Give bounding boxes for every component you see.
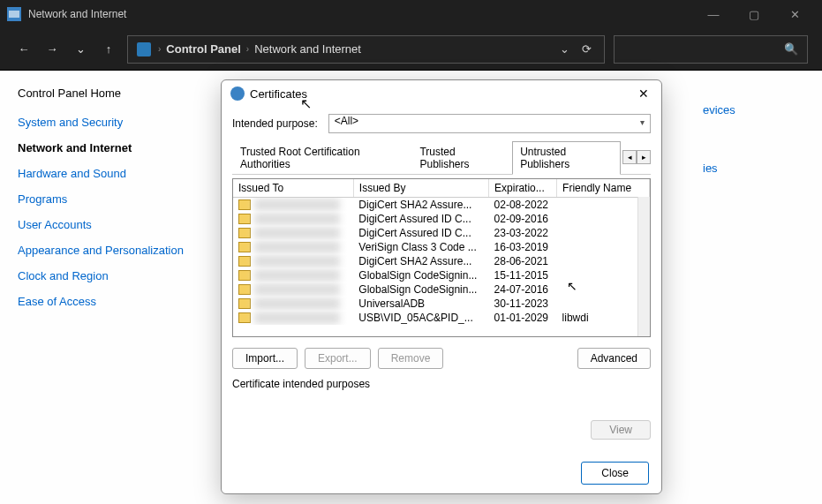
table-scrollbar[interactable]	[637, 197, 650, 336]
cell-friendly	[557, 212, 650, 226]
table-row[interactable]: redacted text hereDigiCert SHA2 Assure..…	[233, 198, 650, 213]
minimize-button[interactable]: —	[693, 0, 734, 28]
cell-friendly	[557, 297, 650, 311]
cell-issued-by: GlobalSign CodeSignin...	[353, 268, 488, 282]
cell-issued-to: redacted text here	[254, 283, 340, 296]
purpose-select[interactable]: <All>	[328, 114, 651, 133]
cert-icon	[238, 312, 251, 323]
purposes-label: Certificate intended purposes	[232, 378, 651, 390]
sidebar-item-hardware[interactable]: Hardware and Sound	[18, 167, 185, 180]
cert-icon	[238, 228, 251, 238]
import-button[interactable]: Import...	[232, 348, 298, 369]
dialog-buttons: Import... Export... Remove Advanced	[232, 348, 651, 369]
partial-link-ies[interactable]: ies	[703, 162, 718, 175]
table-row[interactable]: redacted text hereUniversalADB30-11-2023	[233, 297, 650, 311]
sidebar-item-ease[interactable]: Ease of Access	[18, 295, 185, 308]
sidebar-home[interactable]: Control Panel Home	[18, 87, 185, 100]
cert-icon	[238, 284, 251, 295]
sidebar-item-clock[interactable]: Clock and Region	[18, 269, 185, 282]
sidebar-item-programs[interactable]: Programs	[18, 192, 185, 206]
tab-trusted-publishers[interactable]: Trusted Publishers	[411, 141, 510, 174]
table-row[interactable]: redacted text hereGlobalSign CodeSignin.…	[233, 282, 650, 297]
svg-rect-1	[9, 11, 19, 18]
cell-issued-to: redacted text here	[254, 199, 340, 211]
cert-icon	[238, 270, 251, 281]
col-expiration[interactable]: Expiratio...	[489, 179, 557, 198]
col-friendly[interactable]: Friendly Name	[557, 179, 650, 198]
export-button[interactable]: Export...	[305, 348, 371, 369]
cell-friendly	[557, 282, 650, 297]
table-row[interactable]: redacted text hereDigiCert Assured ID C.…	[233, 226, 650, 240]
recent-dropdown[interactable]: ⌄	[71, 40, 90, 59]
nav-toolbar: ← → ⌄ ↑ › Control Panel › Network and In…	[0, 28, 822, 71]
cert-icon	[238, 256, 251, 267]
certificate-table: Issued To Issued By Expiratio... Friendl…	[232, 178, 651, 337]
cell-issued-to: redacted text here	[254, 241, 340, 253]
cell-issued-by: DigiCert Assured ID C...	[353, 212, 488, 226]
advanced-button[interactable]: Advanced	[577, 348, 651, 369]
cell-expiration: 24-07-2016	[489, 282, 557, 297]
purpose-label: Intended purpose:	[232, 117, 318, 130]
table-row[interactable]: redacted text hereDigiCert Assured ID C.…	[233, 212, 650, 226]
app-icon	[7, 7, 21, 21]
dialog-icon	[230, 87, 245, 101]
cell-issued-to: redacted text here	[254, 297, 340, 310]
cell-issued-by: DigiCert SHA2 Assure...	[353, 254, 488, 268]
maximize-button[interactable]: ▢	[734, 0, 774, 28]
cell-expiration: 16-03-2019	[489, 240, 557, 254]
cell-issued-by: VeriSign Class 3 Code ...	[353, 240, 488, 254]
sidebar: Control Panel Home System and Security N…	[0, 71, 203, 504]
breadcrumb-root[interactable]: Control Panel	[166, 42, 241, 56]
forward-button[interactable]: →	[42, 40, 62, 59]
table-row[interactable]: redacted text hereDigiCert SHA2 Assure..…	[233, 254, 650, 268]
breadcrumb-current[interactable]: Network and Internet	[254, 42, 361, 56]
cell-expiration: 23-03-2022	[489, 226, 557, 240]
cell-friendly	[557, 198, 650, 213]
table-row[interactable]: redacted text hereVeriSign Class 3 Code …	[233, 240, 650, 254]
cell-expiration: 02-09-2016	[489, 212, 557, 226]
cell-expiration: 15-11-2015	[489, 268, 557, 282]
cell-issued-by: UniversalADB	[353, 297, 488, 311]
close-window-button[interactable]: ✕	[774, 0, 815, 28]
up-button[interactable]: ↑	[99, 40, 118, 59]
cell-issued-by: GlobalSign CodeSignin...	[353, 282, 488, 297]
cell-expiration: 02-08-2022	[489, 198, 557, 213]
remove-button[interactable]: Remove	[378, 348, 444, 369]
address-bar[interactable]: › Control Panel › Network and Internet ⌄…	[127, 35, 605, 64]
partial-link-devices[interactable]: evices	[703, 103, 735, 117]
breadcrumb-sep: ›	[246, 44, 249, 54]
sidebar-item-appearance[interactable]: Appearance and Personalization	[18, 244, 185, 257]
address-icon	[137, 42, 151, 56]
back-button[interactable]: ←	[14, 40, 34, 59]
refresh-button[interactable]: ⟳	[582, 42, 592, 56]
dialog-close-button[interactable]: ✕	[635, 85, 652, 102]
cell-expiration: 28-06-2021	[489, 254, 557, 268]
cell-friendly	[557, 254, 650, 268]
tab-untrusted-publishers[interactable]: Untrusted Publishers	[512, 141, 621, 175]
cell-issued-to: redacted text here	[254, 227, 340, 239]
tab-scroll-right[interactable]: ▸	[637, 150, 651, 164]
search-icon: 🔍	[784, 42, 798, 56]
close-button[interactable]: Close	[581, 462, 649, 485]
cell-friendly: libwdi	[557, 311, 650, 325]
table-row[interactable]: redacted text hereUSB\VID_05AC&PID_...01…	[233, 311, 650, 325]
sidebar-item-users[interactable]: User Accounts	[18, 218, 185, 231]
tab-trusted-root[interactable]: Trusted Root Certification Authorities	[232, 141, 410, 174]
cell-issued-by: USB\VID_05AC&PID_...	[353, 311, 488, 325]
table-row[interactable]: redacted text hereGlobalSign CodeSignin.…	[233, 268, 650, 282]
address-dropdown-icon[interactable]: ⌄	[560, 42, 569, 56]
tabs-row: Trusted Root Certification Authorities T…	[232, 140, 651, 175]
purpose-value: <All>	[335, 115, 358, 127]
sidebar-item-network[interactable]: Network and Internet	[18, 141, 185, 154]
search-input[interactable]: 🔍	[614, 35, 808, 64]
view-button[interactable]: View	[591, 420, 651, 440]
cell-friendly	[557, 268, 650, 282]
cell-issued-to: redacted text here	[254, 255, 340, 267]
col-issued-to[interactable]: Issued To	[233, 179, 353, 198]
window-titlebar: Network and Internet — ▢ ✕	[0, 0, 822, 28]
tab-scroll-left[interactable]: ◂	[622, 150, 637, 164]
sidebar-item-system[interactable]: System and Security	[18, 116, 185, 129]
cell-issued-to: redacted text here	[254, 312, 340, 324]
col-issued-by[interactable]: Issued By	[353, 179, 488, 198]
window-title: Network and Internet	[28, 8, 693, 20]
